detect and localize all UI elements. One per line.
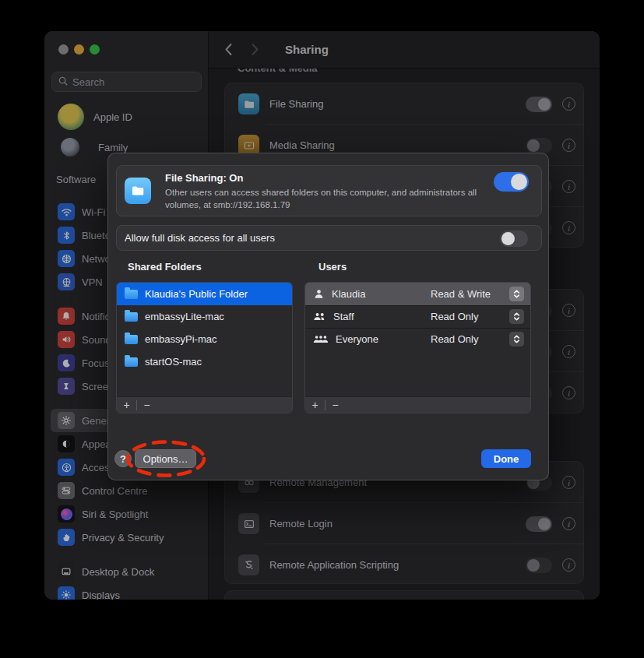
user-name: Everyone	[336, 333, 424, 345]
user-name: Staff	[333, 311, 424, 322]
user-icon	[313, 288, 325, 300]
user-access-value[interactable]: Read & Write	[431, 288, 502, 300]
full-disk-access-box: Allow full disk access for all users	[116, 225, 542, 251]
system-settings-window: Search Apple ID Family Software Wi-Fi Bl…	[44, 31, 600, 600]
folder-name: startOS-mac	[145, 356, 202, 368]
users-two-icon	[313, 311, 326, 322]
folder-name: embassyPi-mac	[145, 333, 216, 345]
folder-icon	[125, 357, 138, 367]
user-row[interactable]: Klaudia Read & Write	[305, 283, 530, 305]
user-row[interactable]: Everyone Read Only	[305, 328, 530, 350]
file-sharing-main-toggle[interactable]	[494, 172, 529, 192]
access-popup-stepper[interactable]	[509, 332, 524, 347]
users-heading: Users	[318, 261, 347, 273]
access-popup-stepper[interactable]	[509, 309, 524, 324]
shared-folder-row[interactable]: startOS-mac	[117, 350, 292, 373]
add-user-button[interactable]: +	[305, 397, 325, 413]
users-three-icon	[313, 333, 329, 345]
dialog-title: File Sharing: On	[165, 172, 243, 184]
remove-user-button[interactable]: −	[326, 397, 345, 413]
options-button[interactable]: Options…	[135, 449, 196, 468]
shared-folder-row[interactable]: Klaudia’s Public Folder	[117, 283, 292, 305]
full-disk-access-label: Allow full disk access for all users	[125, 232, 275, 244]
user-row[interactable]: Staff Read Only	[305, 305, 530, 328]
shared-folder-row[interactable]: embassyLite-mac	[117, 305, 292, 328]
done-button[interactable]: Done	[481, 449, 531, 468]
toggle-knob	[511, 174, 527, 190]
file-sharing-dialog: File Sharing: On Other users can access …	[107, 153, 549, 480]
folder-icon	[125, 290, 138, 299]
full-disk-access-toggle[interactable]	[500, 230, 528, 247]
file-sharing-icon	[125, 178, 151, 204]
folder-icon	[125, 312, 138, 322]
dialog-description: Other users can access shared folders on…	[165, 187, 508, 211]
folder-name: Klaudia’s Public Folder	[145, 288, 248, 300]
shared-folders-list-footer: + −	[117, 396, 292, 413]
desktop-background: Search Apple ID Family Software Wi-Fi Bl…	[0, 0, 644, 658]
shared-folder-row[interactable]: embassyPi-mac	[117, 328, 292, 350]
shared-folders-list: Klaudia’s Public Folder embassyLite-mac …	[116, 282, 293, 413]
user-access-value[interactable]: Read Only	[431, 311, 502, 322]
user-name: Klaudia	[332, 288, 424, 300]
access-popup-stepper[interactable]	[509, 287, 524, 301]
users-list-footer: + −	[305, 396, 530, 413]
add-folder-button[interactable]: +	[117, 397, 136, 413]
folder-name: embassyLite-mac	[145, 311, 224, 322]
remove-folder-button[interactable]: −	[137, 397, 157, 413]
file-sharing-status-box: File Sharing: On Other users can access …	[116, 165, 542, 216]
users-list: Klaudia Read & Write Staff Read Only Eve…	[304, 282, 531, 413]
toggle-knob	[501, 232, 515, 245]
help-button[interactable]: ?	[114, 450, 132, 467]
shared-folders-heading: Shared Folders	[128, 261, 202, 273]
folder-icon	[125, 335, 138, 344]
user-access-value[interactable]: Read Only	[431, 333, 502, 345]
